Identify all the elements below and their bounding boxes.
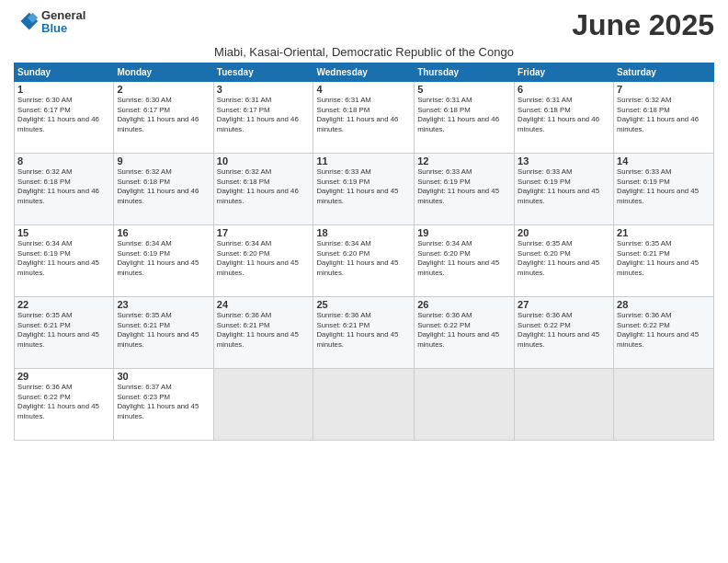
day-number: 28 (617, 299, 711, 310)
day-number: 17 (217, 227, 311, 238)
day-number: 7 (617, 84, 711, 95)
table-row: 5 Sunrise: 6:31 AM Sunset: 6:18 PM Dayli… (415, 82, 515, 154)
day-number: 29 (17, 371, 110, 382)
table-row: 28 Sunrise: 6:36 AM Sunset: 6:22 PM Dayl… (614, 297, 714, 369)
day-info: Sunrise: 6:36 AM Sunset: 6:21 PM Dayligh… (217, 311, 311, 350)
day-info: Sunrise: 6:35 AM Sunset: 6:20 PM Dayligh… (518, 239, 610, 278)
day-number: 13 (518, 155, 610, 167)
table-row: 7 Sunrise: 6:32 AM Sunset: 6:18 PM Dayli… (614, 82, 714, 154)
day-info: Sunrise: 6:37 AM Sunset: 6:23 PM Dayligh… (117, 383, 210, 421)
logo-blue: Blue (41, 22, 85, 35)
day-number: 1 (17, 84, 110, 95)
table-row: 4 Sunrise: 6:31 AM Sunset: 6:18 PM Dayli… (313, 82, 415, 154)
day-info: Sunrise: 6:35 AM Sunset: 6:21 PM Dayligh… (17, 311, 110, 350)
table-row: 6 Sunrise: 6:31 AM Sunset: 6:18 PM Dayli… (515, 82, 614, 154)
day-info: Sunrise: 6:34 AM Sunset: 6:20 PM Dayligh… (316, 239, 411, 278)
month-title: June 2025 (572, 9, 714, 41)
table-row: 13 Sunrise: 6:33 AM Sunset: 6:19 PM Dayl… (515, 154, 614, 225)
day-info: Sunrise: 6:36 AM Sunset: 6:21 PM Dayligh… (316, 311, 411, 350)
day-info: Sunrise: 6:32 AM Sunset: 6:18 PM Dayligh… (617, 96, 711, 134)
logo: General Blue (14, 9, 85, 36)
table-row: 26 Sunrise: 6:36 AM Sunset: 6:22 PM Dayl… (415, 297, 515, 369)
day-info: Sunrise: 6:34 AM Sunset: 6:20 PM Dayligh… (417, 239, 511, 278)
day-info: Sunrise: 6:32 AM Sunset: 6:18 PM Dayligh… (17, 167, 110, 206)
table-row: 21 Sunrise: 6:35 AM Sunset: 6:21 PM Dayl… (614, 225, 714, 297)
day-info: Sunrise: 6:34 AM Sunset: 6:20 PM Dayligh… (217, 239, 311, 278)
day-number: 10 (217, 155, 311, 167)
calendar-week-row: 15 Sunrise: 6:34 AM Sunset: 6:19 PM Dayl… (15, 225, 714, 297)
day-info: Sunrise: 6:36 AM Sunset: 6:22 PM Dayligh… (617, 311, 711, 350)
day-number: 16 (117, 227, 210, 238)
calendar-week-row: 22 Sunrise: 6:35 AM Sunset: 6:21 PM Dayl… (15, 297, 714, 369)
day-number: 27 (518, 299, 610, 310)
day-info: Sunrise: 6:31 AM Sunset: 6:18 PM Dayligh… (417, 96, 511, 134)
day-info: Sunrise: 6:30 AM Sunset: 6:17 PM Dayligh… (117, 96, 210, 134)
day-number: 19 (417, 227, 511, 238)
day-info: Sunrise: 6:33 AM Sunset: 6:19 PM Dayligh… (417, 167, 511, 206)
header: General Blue June 2025 (14, 9, 714, 41)
table-row: 20 Sunrise: 6:35 AM Sunset: 6:20 PM Dayl… (515, 225, 614, 297)
table-row: 2 Sunrise: 6:30 AM Sunset: 6:17 PM Dayli… (114, 82, 213, 154)
day-info: Sunrise: 6:33 AM Sunset: 6:19 PM Dayligh… (617, 167, 711, 206)
day-number: 2 (117, 84, 210, 95)
col-sunday: Sunday (15, 63, 114, 82)
day-number: 20 (518, 227, 610, 238)
day-number: 23 (117, 299, 210, 310)
day-number: 24 (217, 299, 311, 310)
day-info: Sunrise: 6:31 AM Sunset: 6:17 PM Dayligh… (217, 96, 311, 134)
day-number: 11 (316, 155, 411, 167)
table-row (614, 369, 714, 441)
day-info: Sunrise: 6:34 AM Sunset: 6:19 PM Dayligh… (17, 239, 110, 278)
table-row: 3 Sunrise: 6:31 AM Sunset: 6:17 PM Dayli… (213, 82, 313, 154)
col-thursday: Thursday (415, 63, 515, 82)
table-row (213, 369, 313, 441)
day-number: 9 (117, 155, 210, 167)
calendar-week-row: 29 Sunrise: 6:36 AM Sunset: 6:22 PM Dayl… (15, 369, 714, 441)
table-row: 18 Sunrise: 6:34 AM Sunset: 6:20 PM Dayl… (313, 225, 415, 297)
calendar-week-row: 1 Sunrise: 6:30 AM Sunset: 6:17 PM Dayli… (15, 82, 714, 154)
day-info: Sunrise: 6:32 AM Sunset: 6:18 PM Dayligh… (217, 167, 311, 206)
logo-icon (14, 9, 40, 35)
logo-general: General (41, 9, 85, 22)
day-info: Sunrise: 6:33 AM Sunset: 6:19 PM Dayligh… (316, 167, 411, 206)
table-row: 10 Sunrise: 6:32 AM Sunset: 6:18 PM Dayl… (213, 154, 313, 225)
table-row (415, 369, 515, 441)
calendar-table: Sunday Monday Tuesday Wednesday Thursday… (14, 63, 714, 441)
table-row: 8 Sunrise: 6:32 AM Sunset: 6:18 PM Dayli… (15, 154, 114, 225)
table-row: 24 Sunrise: 6:36 AM Sunset: 6:21 PM Dayl… (213, 297, 313, 369)
table-row: 1 Sunrise: 6:30 AM Sunset: 6:17 PM Dayli… (15, 82, 114, 154)
location-title: Miabi, Kasai-Oriental, Democratic Republ… (14, 45, 714, 59)
day-number: 30 (117, 371, 210, 382)
day-number: 14 (617, 155, 711, 167)
col-tuesday: Tuesday (213, 63, 313, 82)
day-number: 15 (17, 227, 110, 238)
day-number: 5 (417, 84, 511, 95)
day-info: Sunrise: 6:36 AM Sunset: 6:22 PM Dayligh… (417, 311, 511, 350)
table-row (515, 369, 614, 441)
day-number: 6 (518, 84, 610, 95)
col-monday: Monday (114, 63, 213, 82)
table-row: 12 Sunrise: 6:33 AM Sunset: 6:19 PM Dayl… (415, 154, 515, 225)
table-row: 25 Sunrise: 6:36 AM Sunset: 6:21 PM Dayl… (313, 297, 415, 369)
day-info: Sunrise: 6:31 AM Sunset: 6:18 PM Dayligh… (316, 96, 411, 134)
day-info: Sunrise: 6:35 AM Sunset: 6:21 PM Dayligh… (117, 311, 210, 350)
day-info: Sunrise: 6:33 AM Sunset: 6:19 PM Dayligh… (518, 167, 610, 206)
title-block: June 2025 (572, 9, 714, 41)
day-info: Sunrise: 6:32 AM Sunset: 6:18 PM Dayligh… (117, 167, 210, 206)
day-number: 3 (217, 84, 311, 95)
col-wednesday: Wednesday (313, 63, 415, 82)
table-row: 23 Sunrise: 6:35 AM Sunset: 6:21 PM Dayl… (114, 297, 213, 369)
day-info: Sunrise: 6:31 AM Sunset: 6:18 PM Dayligh… (518, 96, 610, 134)
day-number: 18 (316, 227, 411, 238)
day-number: 12 (417, 155, 511, 167)
table-row: 29 Sunrise: 6:36 AM Sunset: 6:22 PM Dayl… (15, 369, 114, 441)
table-row: 11 Sunrise: 6:33 AM Sunset: 6:19 PM Dayl… (313, 154, 415, 225)
col-saturday: Saturday (614, 63, 714, 82)
day-info: Sunrise: 6:30 AM Sunset: 6:17 PM Dayligh… (17, 96, 110, 134)
table-row: 30 Sunrise: 6:37 AM Sunset: 6:23 PM Dayl… (114, 369, 213, 441)
table-row: 19 Sunrise: 6:34 AM Sunset: 6:20 PM Dayl… (415, 225, 515, 297)
table-row: 16 Sunrise: 6:34 AM Sunset: 6:19 PM Dayl… (114, 225, 213, 297)
table-row: 22 Sunrise: 6:35 AM Sunset: 6:21 PM Dayl… (15, 297, 114, 369)
day-info: Sunrise: 6:36 AM Sunset: 6:22 PM Dayligh… (518, 311, 610, 350)
day-number: 4 (316, 84, 411, 95)
